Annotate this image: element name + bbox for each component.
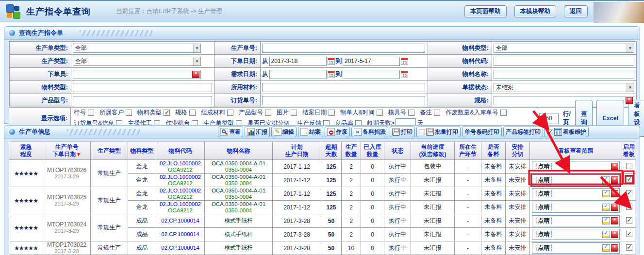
order-date-to-input[interactable] [343,57,400,66]
toolbar-button[interactable]: 编辑 [271,127,297,137]
column-header[interactable]: 启用看板 [622,142,636,160]
column-header[interactable]: 所在生产环节 [455,142,481,160]
column-header[interactable]: 已入库数量 [361,142,384,160]
kanban-scope-input[interactable]: ┆点晴┆ [532,242,620,254]
kanban-scope-input[interactable]: ┆点晴┆ [532,161,620,172]
kanban-scope-input[interactable]: ┆点晴┆ [532,229,620,240]
column-header[interactable]: 紧急程度 [9,142,43,160]
cell-progress[interactable]: 未汇报 [411,241,455,255]
column-header[interactable]: 看板查看范围 [530,142,622,160]
cell-progress[interactable]: 未汇报 [411,214,455,228]
material-type-input[interactable] [73,83,212,92]
cell-progress[interactable]: 未汇报 [411,201,455,214]
material-type-select[interactable]: 全部▼ [494,44,634,53]
cell-progress[interactable]: 未汇报 [411,228,455,241]
column-header[interactable]: 生产类型 [91,142,128,160]
display-option-checkbox[interactable] [88,110,94,116]
kanban-clear-icon[interactable] [611,163,618,170]
toolbar-button[interactable]: 批量打印 [416,127,461,137]
column-header[interactable]: 生产单号下单日期▼ [43,142,91,160]
calendar-icon[interactable] [401,71,408,78]
kanban-scope-input[interactable]: ┆点晴┆ [532,215,620,226]
toolbar-button[interactable]: 结案 [298,127,323,137]
cell-progress[interactable]: 包装中 [411,160,455,174]
column-header[interactable]: 物料名称 [205,142,273,160]
kanban-scope-input[interactable]: ┆点晴┆ [532,188,620,199]
display-option-checkbox[interactable] [265,110,271,116]
order-clerk-input[interactable] [73,70,201,79]
display-option-checkbox[interactable] [329,110,335,116]
kanban-enabled-checkbox[interactable] [626,244,632,251]
cell-progress[interactable]: 未汇报 [411,187,455,201]
display-option-checkbox[interactable] [164,110,170,116]
kanban-clear-icon[interactable] [611,231,618,238]
toolbar-button[interactable]: 打印 [390,127,415,137]
kanban-enabled-checkbox[interactable] [626,231,632,237]
kanban-scope-input[interactable]: ┆点晴┆ [532,202,620,213]
toolbar-button[interactable]: 产品标签打印 [503,127,543,137]
production-type-select[interactable]: 全部▼ [73,57,201,66]
display-option-checkbox[interactable] [189,110,196,116]
display-option-checkbox[interactable] [227,110,233,116]
column-header[interactable]: 安排分切 [506,142,530,160]
column-header[interactable]: 物料类型 [128,142,156,160]
material-name-input[interactable] [494,70,634,79]
display-option-checkbox[interactable] [291,110,297,116]
calendar-icon[interactable] [401,58,408,65]
kanban-clear-icon[interactable] [611,204,618,211]
display-option-checkbox[interactable] [500,110,507,116]
kanban-clear-icon[interactable] [611,190,618,197]
used-material-input[interactable] [262,83,425,92]
header-button[interactable]: 本模块帮助 [514,5,557,17]
column-header[interactable]: 状态 [384,142,411,160]
kanban-enabled-checkbox[interactable] [626,190,632,196]
kanban-scope-input[interactable]: ┆点晴┆ [532,175,620,186]
toolbar-button[interactable]: 作废 [325,127,350,137]
production-order-no-input[interactable] [262,44,425,53]
kanban-edit-icon[interactable] [602,204,610,211]
display-option-checkbox[interactable] [434,110,440,116]
demand-date-from-input[interactable] [269,70,327,79]
column-header[interactable]: 是否备料 [481,142,506,160]
doc-status-select[interactable]: 未结案▼ [494,83,634,92]
toolbar-checkbox[interactable] [419,129,425,135]
toolbar-checkbox[interactable] [547,129,553,135]
kanban-enabled-checkbox[interactable] [626,176,632,183]
toolbar-button[interactable]: 备料指派 [351,127,388,137]
column-header[interactable]: 计划生产日期 [273,142,321,160]
header-button[interactable]: 返回 [564,5,588,17]
clear-field-icon[interactable] [626,97,633,104]
column-header[interactable]: 超期天数 [321,142,342,160]
demand-date-to-input[interactable] [343,70,400,79]
kanban-enabled-checkbox[interactable] [626,163,632,169]
calendar-icon[interactable] [328,71,335,78]
material-code-input[interactable] [494,57,634,66]
kanban-enabled-checkbox[interactable] [626,204,632,210]
display-option-checkbox[interactable] [126,110,132,116]
kanban-edit-icon[interactable] [602,244,610,252]
header-button[interactable]: 本页面帮助 [464,5,507,17]
kanban-clear-icon[interactable] [611,217,618,224]
kanban-edit-icon[interactable] [602,190,610,197]
production-order-type-select[interactable]: 全部▼ [73,44,201,53]
column-header[interactable]: 生产数量 [342,142,361,160]
sales-order-no-input[interactable] [262,96,425,105]
cell-progress[interactable]: 未汇报 [411,174,455,187]
column-header[interactable]: 物料代码 [156,142,205,160]
clear-field-icon[interactable] [192,71,199,78]
display-option-checkbox[interactable] [377,110,383,116]
kanban-edit-icon[interactable] [602,217,610,224]
kanban-clear-icon[interactable] [611,176,618,184]
kanban-edit-icon[interactable] [602,231,610,238]
kanban-edit-icon[interactable] [602,176,610,184]
product-model-input[interactable] [73,96,212,105]
kanban-clear-icon[interactable] [611,244,618,252]
column-header[interactable]: 当前进度(双击修改) [411,142,455,160]
sort-desc-icon[interactable]: ▼ [76,152,81,157]
toolbar-button[interactable]: 看板维护 [545,127,589,137]
kanban-enabled-checkbox[interactable] [626,217,632,223]
display-option-checkbox[interactable] [408,110,414,116]
rows-per-page-input[interactable] [539,113,559,124]
toolbar-button[interactable]: 单号条码打印 [462,127,502,137]
order-date-from-input[interactable] [269,57,327,66]
